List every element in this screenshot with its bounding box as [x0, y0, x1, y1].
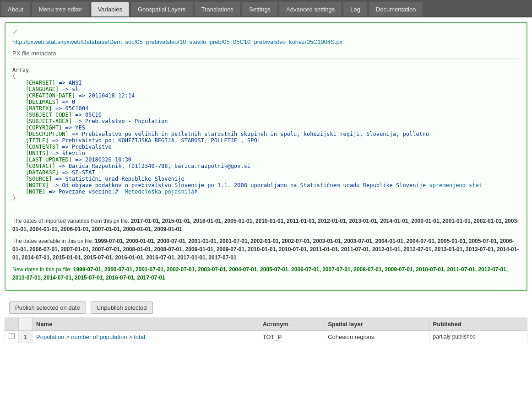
meta-units: [UNITS] => število — [12, 150, 520, 156]
tab-log[interactable]: Log — [343, 2, 367, 16]
dates-section: The dates of imported variables from thi… — [12, 217, 520, 282]
new-dates-paragraph: New dates in this px file: 1999-07-01, 2… — [12, 265, 520, 282]
variables-table: Name Acronym Spatial layer Published 1 P… — [5, 318, 527, 343]
meta-source: [SOURCE] => Statistični urad Republike S… — [12, 176, 520, 182]
tab-about[interactable]: About — [1, 2, 30, 16]
meta-charset: [CHARSET] => ANSI — [12, 80, 520, 86]
table-row: 1 Population > number of population > to… — [5, 331, 527, 343]
metadata-block: Array ( [CHARSET] => ANSI [LANGUAGE] => … — [12, 67, 520, 201]
imported-dates-paragraph: The dates of imported variables from thi… — [12, 217, 520, 233]
col-header-checkbox — [5, 318, 19, 331]
tab-geospatial-layers[interactable]: Geospatial Layers — [131, 2, 193, 16]
meta-language: [LANGUAGE] => sl — [12, 86, 520, 92]
meta-last-updated: [LAST-UPDATED] => 20180326 10:30 — [12, 156, 520, 163]
imported-dates-label: The dates of imported variables from thi… — [12, 218, 129, 224]
row-name: Population > number of population > tota… — [33, 331, 259, 343]
row-spatial-layer: Cohesion regions — [324, 331, 429, 343]
main-content: ✓ http://pxweb.stat.si/pxweb/Database/De… — [0, 17, 532, 348]
meta-contents: [CONTENTS] => Prebivalstvo — [12, 144, 520, 150]
row-acronym: TOT_P — [259, 331, 324, 343]
meta-note: [NOTE] => Povezane vsebine:#- Metodološk… — [12, 188, 520, 195]
tab-documentation[interactable]: Documentation — [369, 2, 423, 16]
notex-link[interactable]: spremenjeno stat — [429, 182, 482, 188]
col-header-spatial-layer: Spatial layer — [324, 318, 429, 331]
available-dates-label: The dates available in this px file: — [12, 238, 93, 244]
tab-variables[interactable]: Variables — [91, 2, 129, 16]
tab-translations[interactable]: Translations — [195, 2, 240, 16]
tab-menu-tree-editor[interactable]: Menu tree editor — [32, 2, 89, 16]
new-dates-values: 1999-07-01, 2000-07-01, 2001-07-01, 2002… — [12, 266, 508, 281]
col-header-acronym: Acronym — [259, 318, 324, 331]
meta-open-paren: ( — [12, 73, 520, 80]
note-link[interactable]: Metodološka pojasnila — [125, 188, 195, 195]
meta-contact: [CONTACT] => Barica Razpotnik, (01)2340-… — [12, 163, 520, 169]
unpublish-selected-button[interactable]: Unpublish selected — [91, 302, 153, 314]
actions-bar: Publish selected on date Unpublish selec… — [5, 298, 527, 318]
row-num: 1 — [19, 331, 33, 343]
col-header-num — [19, 318, 33, 331]
success-icon: ✓ — [12, 27, 520, 36]
meta-copyright: [COPYRIGHT] => YES — [12, 124, 520, 131]
content-box: ✓ http://pxweb.stat.si/pxweb/Database/De… — [5, 22, 527, 291]
new-dates-label: New dates in this px file: — [12, 266, 71, 273]
horizontal-scrollbar[interactable] — [12, 204, 520, 211]
row-published: partialy published — [429, 331, 527, 343]
available-dates-paragraph: The dates available in this px file: 199… — [12, 237, 520, 262]
meta-database: [DATABASE] => SI-STAT — [12, 169, 520, 176]
tab-bar: AboutMenu tree editorVariablesGeospatial… — [0, 0, 532, 17]
meta-subject-area: [SUBJECT-AREA] => Prebivalstvo - Populat… — [12, 118, 520, 124]
meta-array: Array — [12, 67, 520, 73]
meta-creation-date: [CREATION-DATE] => 20110418 12:14 — [12, 92, 520, 99]
meta-close-paren: ) — [12, 195, 520, 201]
col-header-name: Name — [33, 318, 259, 331]
row-checkbox[interactable] — [9, 333, 15, 339]
section-title: PX file metadata — [12, 50, 520, 59]
row-checkbox-cell[interactable] — [5, 331, 19, 343]
meta-decimals: [DECIMALS] => 0 — [12, 99, 520, 105]
meta-description: [DESCRIPTION] => Prebivalstvo po velikih… — [12, 131, 520, 137]
table-header-row: Name Acronym Spatial layer Published — [5, 318, 527, 331]
meta-matrix: [MATRIX] => 05C1004 — [12, 105, 520, 112]
row-name-link[interactable]: Population > number of population > tota… — [36, 334, 145, 340]
meta-subject-code: [SUBJECT-CODE] => 05C10 — [12, 112, 520, 118]
tab-settings[interactable]: Settings — [242, 2, 277, 16]
meta-notex: [NOTEX] => Od objave podatkov o prebival… — [12, 182, 520, 188]
publish-selected-button[interactable]: Publish selected on date — [9, 302, 86, 314]
col-header-published: Published — [429, 318, 527, 331]
px-file-url[interactable]: http://pxweb.stat.si/pxweb/Database/Dem_… — [12, 38, 520, 45]
tab-advanced-settings[interactable]: Advanced settings — [279, 2, 342, 16]
meta-title: [TITLE] => Prebivalstvo po: KOHEZIJSKA R… — [12, 137, 520, 144]
